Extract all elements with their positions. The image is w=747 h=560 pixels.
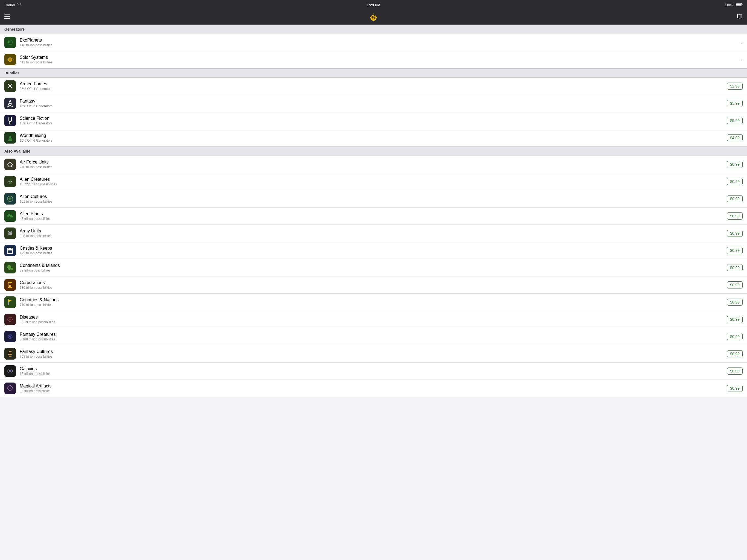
icon-army-units [4, 228, 16, 239]
item-title-fantasy: Fantasy [20, 99, 725, 104]
price-badge-fantasy-creatures[interactable]: $0.99 [727, 333, 743, 340]
icon-alien-plants [4, 210, 16, 222]
menu-icon[interactable] [4, 14, 10, 20]
svg-rect-11 [373, 20, 374, 21]
item-subtitle-worldbuilding: 15% Off, 6 Generators [20, 138, 725, 143]
svg-point-27 [8, 138, 12, 139]
list-item-castles-keeps[interactable]: Castles & Keeps129 trillion possibilitie… [0, 242, 747, 259]
price-badge-diseases[interactable]: $0.99 [727, 316, 743, 323]
item-subtitle-solar-systems: 411 trillion possibilities [20, 60, 739, 64]
price-badge-corporations[interactable]: $0.99 [727, 281, 743, 288]
list-item-countries-nations[interactable]: Countries & Nations779 trillion possibil… [0, 294, 747, 311]
svg-rect-3 [4, 15, 10, 15]
item-title-army-units: Army Units [20, 229, 725, 233]
icon-exoplanets [4, 36, 16, 48]
svg-point-28 [8, 181, 9, 182]
item-title-air-force-units: Air Force Units [20, 160, 725, 164]
item-text-magical-artifacts: Magical Artifacts92 trillion possibiliti… [20, 384, 725, 393]
item-title-diseases: Diseases [20, 315, 725, 320]
icon-magical-artifacts [4, 383, 16, 394]
price-badge-alien-plants[interactable]: $0.99 [727, 212, 743, 220]
item-subtitle-air-force-units: 270 trillion possibilities [20, 165, 725, 169]
price-badge-science-fiction[interactable]: $5.99 [727, 117, 743, 124]
battery-label: 100% [725, 3, 734, 7]
item-subtitle-exoplanets: 116 trillion possibilities [20, 43, 739, 47]
section-header-generators: Generators [0, 25, 747, 34]
icon-alien-creatures [4, 176, 16, 187]
item-text-fantasy-creatures: Fantasy Creatures5,188 trillion possibil… [20, 332, 725, 341]
item-subtitle-alien-creatures: 15,722 trillion possibilities [20, 182, 725, 186]
item-subtitle-continents-islands: 89 trillion possibilities [20, 269, 725, 272]
list-item-science-fiction[interactable]: Science Fiction15% Off, 7 Generators$5.9… [0, 112, 747, 129]
icon-air-force-units [4, 159, 16, 170]
price-badge-alien-cultures[interactable]: $0.99 [727, 195, 743, 202]
item-text-armed-forces: Armed Forces25% Off, 4 Generators [20, 81, 725, 91]
list-item-corporations[interactable]: Corporations186 trillion possibilities$0… [0, 276, 747, 294]
nav-bar [0, 10, 747, 25]
price-badge-fantasy[interactable]: $5.99 [727, 100, 743, 107]
svg-rect-25 [9, 117, 11, 121]
price-badge-countries-nations[interactable]: $0.99 [727, 299, 743, 306]
book-icon[interactable] [737, 14, 743, 21]
list-item-fantasy-creatures[interactable]: Fantasy Creatures5,188 trillion possibil… [0, 328, 747, 345]
item-subtitle-alien-cultures: 101 trillion possibilities [20, 200, 725, 203]
price-badge-army-units[interactable]: $0.99 [727, 230, 743, 237]
price-badge-continents-islands[interactable]: $0.99 [727, 264, 743, 271]
item-subtitle-diseases: 8,019 trillion possibilities [20, 320, 725, 324]
item-subtitle-galaxies: 15 trillion possibilities [20, 372, 725, 376]
list-item-fantasy-cultures[interactable]: Fantasy Cultures758 trillion possibiliti… [0, 345, 747, 362]
svg-rect-49 [9, 286, 11, 287]
item-text-solar-systems: Solar Systems411 trillion possibilities [20, 55, 739, 64]
svg-rect-12 [370, 17, 371, 18]
item-text-castles-keeps: Castles & Keeps129 trillion possibilitie… [20, 246, 725, 255]
price-badge-castles-keeps[interactable]: $0.99 [727, 247, 743, 254]
list-item-diseases[interactable]: Diseases8,019 trillion possibilities$0.9… [0, 311, 747, 328]
price-badge-air-force-units[interactable]: $0.99 [727, 161, 743, 168]
item-text-galaxies: Galaxies15 trillion possibilities [20, 366, 725, 376]
item-title-alien-cultures: Alien Cultures [20, 194, 725, 199]
item-text-alien-cultures: Alien Cultures101 trillion possibilities [20, 194, 725, 203]
list-item-worldbuilding[interactable]: Worldbuilding15% Off, 6 Generators$4.99 [0, 129, 747, 147]
price-badge-magical-artifacts[interactable]: $0.99 [727, 385, 743, 392]
item-title-countries-nations: Countries & Nations [20, 298, 725, 302]
icon-countries-nations [4, 297, 16, 308]
item-title-continents-islands: Continents & Islands [20, 263, 725, 268]
price-badge-armed-forces[interactable]: $2.99 [727, 82, 743, 90]
list-item-exoplanets[interactable]: ExoPlanets116 trillion possibilities› [0, 34, 747, 51]
list-item-alien-plants[interactable]: Alien Plants47 trillion possibilities$0.… [0, 207, 747, 225]
svg-point-16 [373, 13, 374, 14]
icon-science-fiction [4, 115, 16, 126]
carrier-label: Carrier [4, 3, 15, 7]
list-item-galaxies[interactable]: Galaxies15 trillion possibilities$0.99 [0, 362, 747, 380]
item-title-worldbuilding: Worldbuilding [20, 133, 725, 138]
icon-worldbuilding [4, 132, 16, 144]
list-item-continents-islands[interactable]: Continents & Islands89 trillion possibil… [0, 259, 747, 276]
list-item-magical-artifacts[interactable]: Magical Artifacts92 trillion possibiliti… [0, 380, 747, 397]
price-badge-alien-creatures[interactable]: $0.99 [727, 178, 743, 185]
icon-armed-forces [4, 80, 16, 92]
item-title-galaxies: Galaxies [20, 366, 725, 371]
item-subtitle-armed-forces: 25% Off, 4 Generators [20, 87, 725, 91]
price-badge-worldbuilding[interactable]: $4.99 [727, 134, 743, 142]
item-text-exoplanets: ExoPlanets116 trillion possibilities [20, 38, 739, 47]
item-subtitle-fantasy-cultures: 758 trillion possibilities [20, 355, 725, 358]
list-item-alien-cultures[interactable]: Alien Cultures101 trillion possibilities… [0, 190, 747, 207]
svg-point-19 [8, 41, 9, 43]
item-title-alien-creatures: Alien Creatures [20, 177, 725, 182]
price-badge-fantasy-cultures[interactable]: $0.99 [727, 350, 743, 357]
list-item-armed-forces[interactable]: Armed Forces25% Off, 4 Generators$2.99 [0, 78, 747, 95]
list-item-alien-creatures[interactable]: Alien Creatures15,722 trillion possibili… [0, 173, 747, 190]
list-item-fantasy[interactable]: Fantasy15% Off, 7 Generators$5.99 [0, 95, 747, 112]
item-text-fantasy: Fantasy15% Off, 7 Generators [20, 99, 725, 108]
section-header-bundles: Bundles [0, 68, 747, 78]
svg-rect-45 [9, 284, 10, 284]
list-item-air-force-units[interactable]: Air Force Units270 trillion possibilitie… [0, 156, 747, 173]
icon-fantasy [4, 98, 16, 109]
wifi-icon [17, 3, 21, 7]
price-badge-galaxies[interactable]: $0.99 [727, 367, 743, 375]
item-subtitle-countries-nations: 779 trillion possibilities [20, 303, 725, 307]
list-item-solar-systems[interactable]: Solar Systems411 trillion possibilities› [0, 51, 747, 68]
list-item-army-units[interactable]: Army Units398 trillion possibilities$0.9… [0, 225, 747, 242]
chevron-solar-systems: › [741, 57, 743, 62]
svg-rect-4 [4, 17, 10, 17]
